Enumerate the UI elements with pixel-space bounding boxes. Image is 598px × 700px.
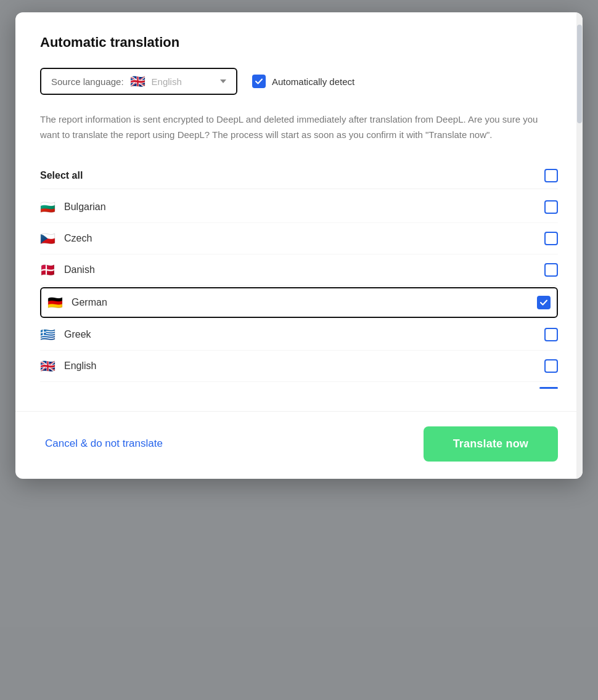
scroll-indicator — [539, 387, 558, 389]
checkbox-bulgarian[interactable] — [544, 200, 558, 214]
language-name-greek: Greek — [64, 329, 91, 340]
auto-detect-row: Automatically detect — [252, 75, 354, 88]
select-all-checkbox[interactable] — [544, 169, 558, 182]
language-item-english[interactable]: 🇬🇧 English — [40, 351, 558, 382]
source-language-label: Source language: — [51, 76, 124, 87]
auto-detect-label: Automatically detect — [272, 76, 354, 87]
language-name-english: English — [64, 360, 96, 372]
source-language-value: English — [152, 76, 211, 87]
language-item-german[interactable]: 🇩🇪 German — [40, 287, 558, 318]
language-item-bulgarian[interactable]: 🇧🇬 Bulgarian — [40, 192, 558, 223]
modal-footer: Cancel & do not translate Translate now — [15, 411, 583, 479]
source-flag-icon: 🇬🇧 — [130, 75, 145, 88]
modal-title: Automatic translation — [40, 35, 558, 51]
auto-detect-checkbox[interactable] — [252, 75, 266, 88]
cancel-button[interactable]: Cancel & do not translate — [40, 430, 168, 457]
flag-bulgarian: 🇧🇬 — [40, 201, 55, 213]
translation-modal: Automatic translation Source language: 🇬… — [15, 12, 583, 479]
language-name-bulgarian: Bulgarian — [64, 201, 106, 213]
language-name-german: German — [72, 297, 107, 308]
flag-czech: 🇨🇿 — [40, 232, 55, 245]
scroll-hint — [40, 382, 558, 391]
select-all-label: Select all — [40, 170, 83, 181]
flag-danish: 🇩🇰 — [40, 264, 55, 276]
language-item-czech[interactable]: 🇨🇿 Czech — [40, 223, 558, 254]
checkbox-english[interactable] — [544, 359, 558, 373]
language-name-danish: Danish — [64, 264, 95, 275]
checkbox-danish[interactable] — [544, 263, 558, 277]
source-language-select[interactable]: Source language: 🇬🇧 English — [40, 68, 237, 95]
source-language-row: Source language: 🇬🇧 English Automaticall… — [40, 68, 558, 95]
flag-german: 🇩🇪 — [47, 296, 63, 309]
language-item-greek[interactable]: 🇬🇷 Greek — [40, 319, 558, 351]
select-all-row: Select all — [40, 163, 558, 189]
scrollbar-thumb[interactable] — [577, 25, 582, 123]
checkbox-german[interactable] — [537, 296, 551, 309]
language-item-danish[interactable]: 🇩🇰 Danish — [40, 254, 558, 286]
checkbox-czech[interactable] — [544, 232, 558, 245]
language-name-czech: Czech — [64, 233, 92, 244]
chevron-down-icon — [220, 79, 226, 83]
checkbox-greek[interactable] — [544, 328, 558, 341]
flag-greek: 🇬🇷 — [40, 328, 55, 341]
translate-now-button[interactable]: Translate now — [424, 426, 558, 462]
flag-english: 🇬🇧 — [40, 360, 55, 372]
language-list: Select all 🇧🇬 Bulgarian 🇨🇿 Czech — [40, 163, 558, 391]
info-text: The report information is sent encrypted… — [40, 112, 558, 143]
scrollbar-track — [576, 12, 583, 479]
